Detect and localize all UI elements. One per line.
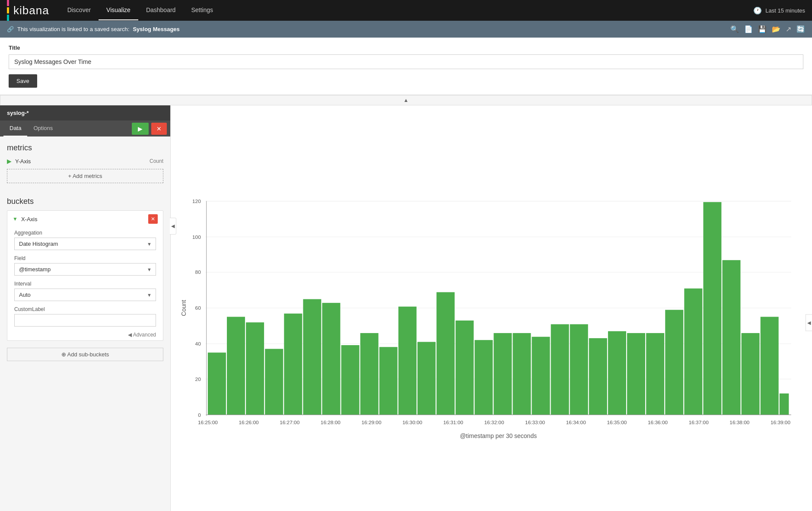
aggregation-label: Aggregation [14, 230, 156, 236]
svg-text:16:29:00: 16:29:00 [361, 419, 381, 425]
custom-label-label: CustomLabel [14, 306, 156, 312]
title-input[interactable] [9, 54, 803, 69]
svg-text:16:26:00: 16:26:00 [239, 419, 259, 425]
add-metrics-button[interactable]: + Add metrics [7, 169, 163, 183]
bar-14 [474, 340, 493, 415]
metrics-title: metrics [0, 138, 170, 155]
interval-select-wrapper: Auto Millisecond Second Minute Hourly Da… [14, 289, 156, 301]
bar-11 [417, 342, 436, 415]
svg-text:100: 100 [192, 234, 201, 240]
bar-2 [246, 322, 264, 415]
sidebar-collapse-button[interactable]: ◀ [170, 218, 176, 235]
nav-discover[interactable]: Discover [60, 0, 99, 20]
run-button[interactable]: ▶ [132, 123, 149, 135]
link-icon: 🔗 [7, 26, 14, 32]
bar-chart: 0 20 40 60 80 100 120 Count [178, 112, 805, 511]
custom-label-input[interactable] [14, 314, 156, 327]
bar-22 [627, 333, 645, 415]
export-icon[interactable]: 📄 [744, 25, 753, 33]
chart-area: 0 20 40 60 80 100 120 Count [171, 105, 812, 511]
bar-21 [608, 331, 626, 415]
bucket-chevron[interactable]: ▼ [13, 216, 18, 222]
bar-6 [322, 303, 340, 415]
svg-text:16:30:00: 16:30:00 [402, 419, 422, 425]
aggregation-select[interactable]: Date Histogram Histogram Range Date Rang… [14, 238, 156, 250]
nav-right: 🕐 Last 15 minutes [753, 6, 805, 15]
interval-label: Interval [14, 281, 156, 287]
bar-13 [455, 321, 474, 415]
collapse-top-toggle[interactable]: ▲ [0, 95, 812, 105]
bar-1 [227, 317, 245, 415]
bar-9 [379, 347, 398, 415]
saved-search-name[interactable]: Syslog Messages [133, 26, 179, 32]
buckets-section: buckets ▼ X-Axis ✕ Aggregation Date Hist… [0, 190, 170, 344]
top-nav: kibana Discover Visualize Dashboard Sett… [0, 0, 812, 21]
svg-text:16:31:00: 16:31:00 [443, 419, 463, 425]
bar-26 [703, 202, 721, 415]
field-group: Field @timestamp ▼ [7, 253, 163, 278]
chart-container: 0 20 40 60 80 100 120 Count [178, 112, 805, 511]
refresh-icon[interactable]: 🔄 [796, 25, 805, 33]
nav-visualize[interactable]: Visualize [99, 0, 138, 20]
bucket-header: ▼ X-Axis ✕ [7, 211, 163, 227]
svg-text:80: 80 [195, 269, 201, 275]
title-area: Title Save [0, 38, 812, 95]
svg-text:0: 0 [198, 412, 201, 418]
bar-18 [551, 324, 569, 415]
svg-text:@timestamp per 30 seconds: @timestamp per 30 seconds [460, 432, 537, 439]
nav-links: Discover Visualize Dashboard Settings [60, 0, 221, 20]
svg-text:16:37:00: 16:37:00 [689, 419, 709, 425]
y-axis-label: Y-Axis [15, 158, 146, 165]
svg-text:16:35:00: 16:35:00 [607, 419, 627, 425]
nav-dashboard[interactable]: Dashboard [138, 0, 184, 20]
svg-text:60: 60 [195, 305, 201, 311]
tab-options[interactable]: Options [27, 121, 59, 136]
bucket-delete-button[interactable]: ✕ [148, 214, 158, 224]
metrics-section: metrics ▶ Y-Axis Count + Add metrics [0, 136, 170, 190]
add-subbuckets-button[interactable]: ⊕ Add sub-buckets [7, 348, 163, 361]
title-label: Title [9, 44, 803, 51]
save-button[interactable]: Save [9, 74, 37, 88]
field-label: Field [14, 255, 156, 261]
bar-19 [570, 324, 588, 415]
share-icon[interactable]: ↗ [786, 25, 791, 33]
x-axis-bucket-label: X-Axis [21, 216, 145, 222]
open-icon[interactable]: 📂 [772, 25, 780, 33]
bar-7 [341, 345, 360, 415]
svg-text:16:25:00: 16:25:00 [198, 419, 218, 425]
close-tab-button[interactable]: ✕ [151, 123, 167, 135]
svg-text:16:27:00: 16:27:00 [280, 419, 299, 425]
svg-text:16:39:00: 16:39:00 [771, 419, 790, 425]
search-icon[interactable]: 🔍 [730, 25, 739, 33]
interval-select[interactable]: Auto Millisecond Second Minute Hourly Da… [14, 289, 156, 301]
bar-0 [208, 352, 226, 415]
field-select[interactable]: @timestamp [14, 263, 156, 276]
svg-text:20: 20 [195, 376, 201, 382]
bar-17 [532, 337, 550, 415]
logo-text: kibana [13, 4, 49, 17]
info-bar-actions: 🔍 📄 💾 📂 ↗ 🔄 [730, 25, 805, 33]
bar-20 [589, 338, 607, 415]
custom-label-group: CustomLabel [7, 304, 163, 329]
nav-settings[interactable]: Settings [183, 0, 221, 20]
aggregation-group: Aggregation Date Histogram Histogram Ran… [7, 227, 163, 253]
tab-data[interactable]: Data [3, 121, 27, 136]
time-label[interactable]: Last 15 minutes [765, 7, 805, 14]
bar-5 [303, 299, 321, 415]
buckets-title: buckets [0, 192, 170, 209]
bar-30 [780, 394, 789, 415]
save-icon[interactable]: 💾 [758, 25, 767, 33]
chart-right-toggle[interactable]: ◀ [806, 314, 812, 331]
aggregation-select-wrapper: Date Histogram Histogram Range Date Rang… [14, 238, 156, 250]
y-axis-row: ▶ Y-Axis Count [0, 155, 170, 167]
svg-text:16:32:00: 16:32:00 [484, 419, 504, 425]
bar-15 [494, 333, 512, 415]
sidebar-tab-actions: ▶ ✕ [132, 123, 167, 135]
x-axis-bucket: ▼ X-Axis ✕ Aggregation Date Histogram Hi… [7, 210, 163, 341]
bar-3 [265, 349, 283, 415]
y-axis-chevron[interactable]: ▶ [7, 158, 12, 165]
sidebar-tabs: Data Options ▶ ✕ [0, 121, 170, 136]
bar-12 [436, 292, 455, 415]
advanced-toggle[interactable]: ◀ Advanced [7, 329, 163, 340]
bar-24 [665, 310, 683, 415]
